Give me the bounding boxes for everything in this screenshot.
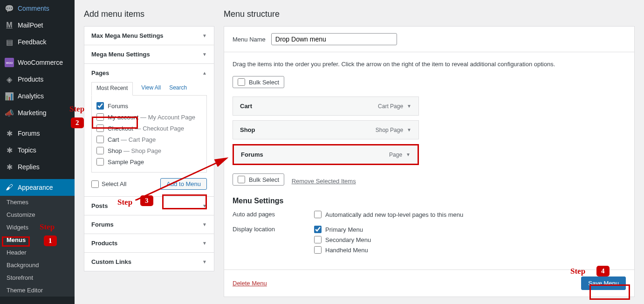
page-checkbox-cart[interactable] bbox=[96, 136, 104, 143]
submenu-theme-editor[interactable]: Theme Editor bbox=[0, 284, 75, 297]
chevron-down-icon[interactable]: ▼ bbox=[407, 127, 411, 132]
handheld-menu-checkbox[interactable] bbox=[314, 246, 322, 254]
page-checkbox-forums[interactable] bbox=[96, 102, 104, 110]
bulk-select-checkbox-top[interactable] bbox=[238, 78, 245, 86]
chevron-down-icon[interactable]: ▼ bbox=[406, 152, 411, 157]
main-content: Add menu items Max Mega Menu Settings▼ M… bbox=[75, 0, 644, 304]
panel-max-mega-menu: Max Mega Menu Settings▼ bbox=[84, 26, 214, 45]
topics-icon: ✱ bbox=[5, 145, 14, 155]
display-location-options: Primary Menu Secondary Menu Handheld Men… bbox=[314, 226, 371, 256]
chevron-down-icon: ▼ bbox=[202, 259, 207, 264]
chevron-down-icon: ▼ bbox=[202, 52, 207, 57]
tab-view-all[interactable]: View All bbox=[141, 82, 161, 95]
page-checkbox-my-account[interactable] bbox=[96, 113, 104, 121]
pages-tabs: Most Recent View All Search bbox=[91, 82, 207, 96]
analytics-icon: 📊 bbox=[5, 91, 14, 101]
menu-structure-title: Menu structure bbox=[224, 0, 635, 26]
menu-item-cart[interactable]: Cart Cart Page▼ bbox=[233, 97, 419, 116]
panel-header-custom-links[interactable]: Custom Links▼ bbox=[84, 253, 214, 271]
sidebar-item-products[interactable]: ◈Products bbox=[0, 71, 75, 88]
panel-header-max-mega-menu[interactable]: Max Mega Menu Settings▼ bbox=[84, 27, 214, 45]
menu-items-list: Cart Cart Page▼ Shop Shop Page▼ Forums P… bbox=[233, 97, 626, 165]
marketing-icon: 📣 bbox=[5, 108, 14, 117]
chevron-down-icon[interactable]: ▼ bbox=[407, 104, 411, 109]
auto-add-options: Automatically add new top-level pages to… bbox=[314, 211, 463, 221]
woocommerce-icon: woo bbox=[5, 58, 14, 67]
comments-icon: 💬 bbox=[5, 4, 14, 13]
page-item-shop[interactable]: Shop — Shop Page bbox=[96, 145, 202, 156]
add-to-menu-button[interactable]: Add to Menu bbox=[160, 178, 207, 190]
auto-add-option[interactable]: Automatically add new top-level pages to… bbox=[314, 211, 463, 218]
sidebar-item-feedback[interactable]: ▤Feedback bbox=[0, 34, 75, 50]
secondary-menu-checkbox[interactable] bbox=[314, 236, 322, 243]
page-checkbox-sample-page[interactable] bbox=[96, 158, 104, 166]
forums-icon: ✱ bbox=[5, 129, 14, 138]
submenu-themes[interactable]: Themes bbox=[0, 196, 75, 208]
delete-menu-link[interactable]: Delete Menu bbox=[233, 280, 267, 287]
mailpoet-icon: M bbox=[5, 21, 14, 30]
panel-mega-menu: Mega Menu Settings▼ bbox=[84, 45, 214, 64]
select-all-checkbox[interactable] bbox=[91, 180, 99, 188]
panel-header-posts[interactable]: Posts▼ bbox=[84, 197, 214, 215]
chevron-down-icon: ▼ bbox=[202, 241, 207, 246]
display-location-row: Display location Primary Menu Secondary … bbox=[233, 226, 626, 256]
menu-name-label: Menu Name bbox=[233, 36, 266, 43]
display-option-primary[interactable]: Primary Menu bbox=[314, 226, 371, 233]
submenu-menus[interactable]: Menus bbox=[0, 234, 75, 246]
submenu-widgets[interactable]: Widgets bbox=[0, 221, 75, 234]
tab-search[interactable]: Search bbox=[169, 82, 187, 95]
menu-item-forums[interactable]: Forums Page▼ bbox=[233, 144, 419, 165]
menu-item-shop[interactable]: Shop Shop Page▼ bbox=[233, 120, 419, 139]
page-checkbox-shop[interactable] bbox=[96, 147, 104, 154]
sidebar-item-woocommerce[interactable]: wooWooCommerce bbox=[0, 54, 75, 71]
submenu-header[interactable]: Header bbox=[0, 246, 75, 259]
appearance-icon: 🖌 bbox=[5, 183, 14, 192]
save-menu-button[interactable]: Save Menu bbox=[581, 276, 626, 290]
display-location-label: Display location bbox=[233, 226, 314, 233]
sidebar-item-marketing[interactable]: 📣Marketing bbox=[0, 104, 75, 121]
auto-add-checkbox[interactable] bbox=[314, 211, 322, 218]
page-item-forums[interactable]: Forums bbox=[96, 100, 202, 111]
sidebar-item-appearance[interactable]: 🖌Appearance bbox=[0, 179, 75, 196]
sidebar-item-comments[interactable]: 💬Comments bbox=[0, 0, 75, 17]
appearance-submenu: Themes Customize Widgets Menus Header Ba… bbox=[0, 196, 75, 297]
display-option-secondary[interactable]: Secondary Menu bbox=[314, 236, 371, 243]
replies-icon: ✱ bbox=[5, 162, 14, 172]
menu-frame: Menu Name Drag the items into the order … bbox=[224, 26, 635, 297]
bulk-select-label[interactable]: Bulk Select bbox=[233, 76, 284, 88]
sidebar-item-analytics[interactable]: 📊Analytics bbox=[0, 88, 75, 104]
panel-header-pages[interactable]: Pages▲ bbox=[84, 64, 214, 82]
sidebar-item-forums[interactable]: ✱Forums bbox=[0, 125, 75, 142]
sidebar-item-mailpoet[interactable]: MMailPoet bbox=[0, 17, 75, 34]
remove-selected-link: Remove Selected Items bbox=[292, 178, 356, 185]
bulk-select-checkbox-bottom[interactable] bbox=[238, 176, 245, 183]
auto-add-row: Auto add pages Automatically add new top… bbox=[233, 211, 626, 221]
menu-name-input[interactable] bbox=[271, 33, 397, 45]
bulk-select-label-bottom[interactable]: Bulk Select bbox=[233, 173, 284, 186]
select-all-label[interactable]: Select All bbox=[91, 180, 126, 188]
chevron-down-icon: ▼ bbox=[202, 33, 207, 38]
select-all-row: Select All Add to Menu bbox=[91, 173, 207, 190]
sidebar-item-topics[interactable]: ✱Topics bbox=[0, 142, 75, 159]
sidebar-item-replies[interactable]: ✱Replies bbox=[0, 159, 75, 175]
display-option-handheld[interactable]: Handheld Menu bbox=[314, 246, 371, 254]
submenu-customize[interactable]: Customize bbox=[0, 208, 75, 221]
page-item-cart[interactable]: Cart — Cart Page bbox=[96, 134, 202, 145]
submenu-storefront[interactable]: Storefront bbox=[0, 271, 75, 284]
add-menu-items-column: Add menu items Max Mega Menu Settings▼ M… bbox=[84, 0, 214, 295]
panel-header-mega-menu[interactable]: Mega Menu Settings▼ bbox=[84, 45, 214, 63]
page-item-sample-page[interactable]: Sample Page bbox=[96, 156, 202, 167]
panel-custom-links: Custom Links▼ bbox=[84, 252, 214, 271]
submenu-background[interactable]: Background bbox=[0, 259, 75, 271]
menu-body: Drag the items into the order you prefer… bbox=[224, 52, 634, 269]
page-checkbox-checkout[interactable] bbox=[96, 124, 104, 132]
pages-list: Forums My account — My Account Page Chec… bbox=[91, 96, 207, 173]
panel-header-products[interactable]: Products▼ bbox=[84, 234, 214, 252]
feedback-icon: ▤ bbox=[5, 37, 14, 47]
menu-name-row: Menu Name bbox=[224, 27, 634, 52]
page-item-checkout[interactable]: Checkout — Checkout Page bbox=[96, 123, 202, 134]
tab-most-recent[interactable]: Most Recent bbox=[91, 82, 133, 96]
page-item-my-account[interactable]: My account — My Account Page bbox=[96, 111, 202, 123]
panel-header-forums[interactable]: Forums▼ bbox=[84, 215, 214, 234]
primary-menu-checkbox[interactable] bbox=[314, 226, 322, 233]
